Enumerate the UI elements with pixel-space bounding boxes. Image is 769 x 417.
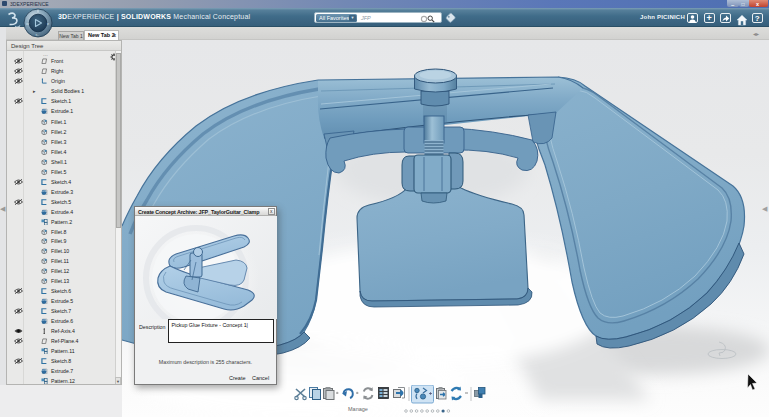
- svg-text:s..: s..: [36, 33, 40, 37]
- svg-text:w: w: [26, 21, 29, 26]
